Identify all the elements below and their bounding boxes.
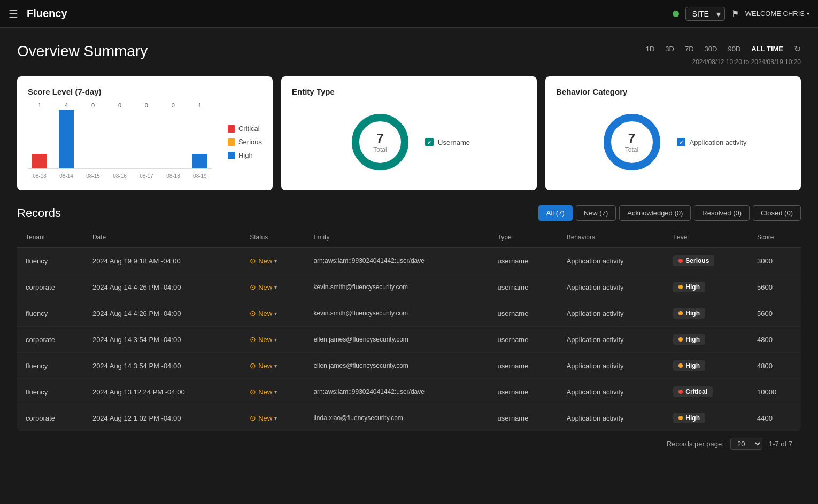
level-badge: High xyxy=(673,308,705,319)
level-badge: High xyxy=(673,413,705,423)
site-selector[interactable]: SITE xyxy=(685,7,725,21)
table-footer: Records per page: 20 50 100 1-7 of 7 xyxy=(17,431,801,456)
status-label: New xyxy=(258,362,272,370)
cell-type: username xyxy=(489,300,558,327)
bar-value-label: 1 xyxy=(38,102,41,108)
cell-status[interactable]: ⊙ New ▾ xyxy=(241,248,305,274)
cell-type: username xyxy=(489,379,558,405)
cell-tenant: corporate xyxy=(17,274,84,300)
bar-segment-empty xyxy=(86,167,101,168)
behavior-donut-center: 7 Total xyxy=(625,131,638,153)
bar-segment-empty xyxy=(139,167,154,168)
status-exclamation-icon: ⊙ xyxy=(250,335,256,344)
col-date: Date xyxy=(84,227,241,248)
legend-high: High xyxy=(228,151,262,159)
cell-status[interactable]: ⊙ New ▾ xyxy=(241,405,305,431)
behavior-chart-card: Behavior Category 7 Total ✓ Applicati xyxy=(545,76,801,190)
status-new-button[interactable]: ⊙ New ▾ xyxy=(250,361,296,370)
status-new-button[interactable]: ⊙ New ▾ xyxy=(250,387,296,396)
status-new-button[interactable]: ⊙ New ▾ xyxy=(250,335,296,344)
bar-value-label: 0 xyxy=(91,102,95,108)
bar-date-label: 08-15 xyxy=(81,173,105,179)
time-btn-alltime[interactable]: ALL TIME xyxy=(747,43,788,55)
cell-date: 2024 Aug 13 12:24 PM -04:00 xyxy=(84,379,241,405)
hamburger-menu[interactable]: ☰ xyxy=(9,7,18,20)
cell-score: 4800 xyxy=(748,327,801,353)
cell-status[interactable]: ⊙ New ▾ xyxy=(241,327,305,353)
cell-status[interactable]: ⊙ New ▾ xyxy=(241,300,305,327)
table-row: fluency 2024 Aug 14 3:54 PM -04:00 ⊙ New… xyxy=(17,353,801,379)
behavior-donut-number: 7 xyxy=(625,131,638,146)
bar-segment-high xyxy=(59,110,74,168)
time-btn-1d[interactable]: 1D xyxy=(642,43,659,55)
time-btn-30d[interactable]: 30D xyxy=(700,43,722,55)
time-btn-90d[interactable]: 90D xyxy=(723,43,745,55)
level-badge: High xyxy=(673,360,705,371)
cell-status[interactable]: ⊙ New ▾ xyxy=(241,379,305,405)
legend-high-box xyxy=(228,152,235,159)
status-chevron-icon: ▾ xyxy=(274,415,277,421)
cell-behaviors: Application activity xyxy=(558,300,665,327)
cell-status[interactable]: ⊙ New ▾ xyxy=(241,353,305,379)
status-chevron-icon: ▾ xyxy=(274,311,277,316)
level-badge-dot xyxy=(678,363,683,368)
refresh-button[interactable]: ↻ xyxy=(794,44,801,54)
time-btn-3d[interactable]: 3D xyxy=(661,43,678,55)
status-chevron-icon: ▾ xyxy=(274,258,277,264)
bar-value-label: 4 xyxy=(65,102,68,108)
cell-type: username xyxy=(489,274,558,300)
page-title: Overview Summary xyxy=(17,43,148,60)
time-btn-7d[interactable]: 7D xyxy=(681,43,698,55)
level-badge: High xyxy=(673,334,705,345)
cell-type: username xyxy=(489,248,558,274)
cell-entity: arn:aws:iam::993024041442:user/dave xyxy=(305,248,489,274)
records-table-head: Tenant Date Status Entity Type Behaviors… xyxy=(17,227,801,248)
bar-segment-high xyxy=(192,154,207,169)
filter-all[interactable]: All (7) xyxy=(538,205,573,221)
entity-donut-wrap: 7 Total xyxy=(348,110,412,174)
cell-entity: kevin.smith@fluencysecurity.com xyxy=(305,300,489,327)
cell-status[interactable]: ⊙ New ▾ xyxy=(241,274,305,300)
filter-closed[interactable]: Closed (0) xyxy=(753,205,801,221)
col-type: Type xyxy=(489,227,558,248)
welcome-user-menu[interactable]: WELCOME CHRIS ▾ xyxy=(745,10,809,18)
bar-wrap xyxy=(139,110,154,168)
nav-right: SITE ⚑ WELCOME CHRIS ▾ xyxy=(673,7,809,21)
filter-new[interactable]: New (7) xyxy=(576,205,616,221)
status-new-button[interactable]: ⊙ New ▾ xyxy=(250,257,296,265)
entity-donut-area: 7 Total ✓ Username xyxy=(292,105,526,180)
cell-behaviors: Application activity xyxy=(558,405,665,431)
level-badge: Critical xyxy=(673,386,713,397)
bar-date-label: 08-18 xyxy=(161,173,185,179)
per-page-select[interactable]: 20 50 100 xyxy=(730,438,762,450)
status-new-button[interactable]: ⊙ New ▾ xyxy=(250,414,296,422)
entity-checkbox-username[interactable]: ✓ xyxy=(425,138,434,146)
legend-critical-box xyxy=(228,125,235,133)
cell-entity: arn:aws:iam::993024041442:user/dave xyxy=(305,379,489,405)
level-badge-dot xyxy=(678,285,683,289)
cell-entity: ellen.james@fluencysecurity.com xyxy=(305,353,489,379)
cell-behaviors: Application activity xyxy=(558,353,665,379)
score-level-chart-card: Score Level (7-day) 1400001 08-1308-1408… xyxy=(17,76,273,190)
filter-acknowledged[interactable]: Acknowledged (0) xyxy=(619,205,691,221)
level-badge-dot xyxy=(678,390,683,394)
status-new-button[interactable]: ⊙ New ▾ xyxy=(250,283,296,291)
cell-tenant: fluency xyxy=(17,379,84,405)
bar-wrap xyxy=(32,110,47,168)
cell-score: 10000 xyxy=(748,379,801,405)
status-exclamation-icon: ⊙ xyxy=(250,387,256,396)
cell-type: username xyxy=(489,327,558,353)
chevron-down-icon: ▾ xyxy=(807,11,809,17)
filter-resolved[interactable]: Resolved (0) xyxy=(694,205,750,221)
cell-level: Critical xyxy=(665,379,748,405)
records-title: Records xyxy=(17,206,61,220)
bar-date-label: 08-17 xyxy=(135,173,158,179)
entity-donut-number: 7 xyxy=(373,131,387,146)
bar-value-label: 1 xyxy=(198,102,202,108)
bar-date-label: 08-19 xyxy=(188,173,212,179)
cell-date: 2024 Aug 14 3:54 PM -04:00 xyxy=(84,327,241,353)
table-row: fluency 2024 Aug 19 9:18 AM -04:00 ⊙ New… xyxy=(17,248,801,274)
behavior-checkbox-appactivity[interactable]: ✓ xyxy=(677,138,685,146)
legend-serious-box xyxy=(228,138,235,146)
status-new-button[interactable]: ⊙ New ▾ xyxy=(250,309,296,317)
